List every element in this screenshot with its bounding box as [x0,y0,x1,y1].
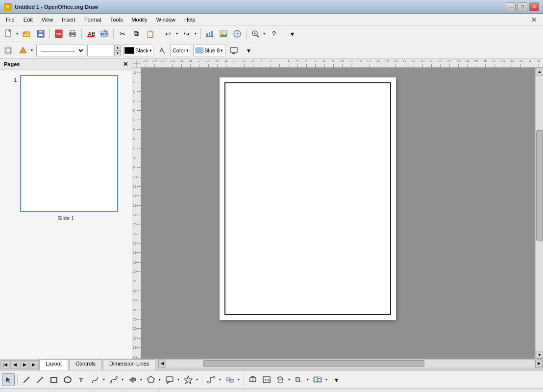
textbox-tool[interactable] [247,373,259,386]
star-arrow[interactable]: ▾ [195,373,199,386]
spellcheck-button[interactable]: ABC [84,27,97,40]
line-color-arrow[interactable]: ▾ [149,48,152,53]
maximize-button[interactable]: □ [518,2,527,11]
insert-image-button[interactable] [217,27,230,40]
line-width-up[interactable]: ▲ [114,45,121,50]
close-button[interactable]: ✕ [529,2,539,11]
menu-window[interactable]: Window [152,16,179,24]
h-scroll-left[interactable]: ◀ [158,360,166,368]
tab-next-button[interactable]: ▶ [20,360,29,369]
menu-close-x[interactable]: ✕ [527,15,541,24]
redo-arrow[interactable]: ▾ [193,27,198,40]
menu-help[interactable]: Help [180,16,199,24]
connector2-tool[interactable] [205,373,218,386]
tab-first-button[interactable]: |◀ [0,360,9,369]
save-button[interactable] [34,27,47,40]
h-scroll-thumb[interactable] [203,360,425,367]
tab-dimension-lines[interactable]: Dimension Lines [103,359,155,370]
shadow-color-arrow[interactable]: ▾ [221,48,223,53]
select2-arrow[interactable]: ▾ [236,373,241,386]
tb2-color-btn[interactable] [17,44,29,57]
shadow-color-select[interactable]: Blue 8 ▾ [193,45,225,56]
group-tool[interactable] [311,373,324,386]
tb2-color-arrow[interactable]: ▾ [29,44,34,57]
connector-arrow[interactable]: ▾ [120,373,125,386]
v-scroll-up[interactable]: ▲ [536,68,543,75]
chart-button[interactable] [203,27,216,40]
menu-format[interactable]: Format [80,16,105,24]
menu-view[interactable]: View [38,16,57,24]
paste-button[interactable]: 📋 [144,27,156,40]
tab-layout[interactable]: Layout [39,359,68,370]
h-scroll-right[interactable]: ▶ [535,360,543,368]
select-tool[interactable] [2,373,15,386]
v-scroll-thumb[interactable] [536,130,543,241]
menu-edit[interactable]: Edit [20,16,37,24]
shape-arrow[interactable]: ▾ [157,373,162,386]
arrow-shape-arrow[interactable]: ▾ [139,373,144,386]
rotate-arrow[interactable]: ▾ [287,373,292,386]
shape-tool[interactable] [145,373,157,386]
callout-arrow[interactable]: ▾ [176,373,181,386]
zoom-arrow[interactable]: ▾ [262,27,267,40]
tb2-btn1[interactable] [2,44,15,57]
arrow-shape-tool[interactable] [126,373,139,386]
line-style-select[interactable]: ———————— [36,45,85,56]
menu-tools[interactable]: Tools [106,16,127,24]
tab-prev-button[interactable]: ◀ [10,360,19,369]
toolbar-more[interactable]: ▾ [286,27,298,40]
effects-tool[interactable] [293,373,305,386]
help-button[interactable]: ? [268,27,280,40]
freehand-arrow[interactable]: ▾ [101,373,106,386]
copy-button[interactable]: ⧉ [130,27,143,40]
v-scroll-track[interactable] [536,75,543,351]
h-scroll-track[interactable] [166,360,535,368]
line-width-down[interactable]: ▼ [114,50,121,56]
group-arrow[interactable]: ▾ [324,373,329,386]
tab-last-button[interactable]: ▶| [30,360,39,369]
line-width-input[interactable]: 0,00cm [87,45,114,56]
line-color-select[interactable]: Black ▾ [123,45,153,56]
star-tool[interactable] [182,373,195,386]
slide-thumbnail[interactable] [20,75,118,212]
tab-controls[interactable]: Controls [69,359,102,370]
menu-insert[interactable]: Insert [58,16,79,24]
new-file-arrow[interactable]: ▾ [15,27,20,40]
redo-button[interactable]: ↪ [180,27,193,40]
undo-arrow[interactable]: ▾ [174,27,179,40]
open-file-button[interactable] [21,27,33,40]
menu-modify[interactable]: Modify [127,16,151,24]
fill-color-icon[interactable] [155,44,168,57]
toolbar2-more[interactable]: ▾ [242,44,255,57]
area-type-arrow[interactable]: ▾ [186,48,189,53]
line-tool[interactable] [20,373,33,386]
navigator-button[interactable] [231,27,244,40]
new-file-button[interactable] [2,27,15,40]
freehand-tool[interactable] [89,373,101,386]
cut-button[interactable]: ✂ [116,27,129,40]
ellipse-tool[interactable] [61,373,74,386]
canvas-scroll-area[interactable] [141,68,535,359]
menu-file[interactable]: File [2,16,19,24]
undo-button[interactable]: ↩ [162,27,174,40]
effects-arrow[interactable]: ▾ [305,373,310,386]
autocorrect-button[interactable]: ABC [98,27,111,40]
image-insert-button[interactable] [260,373,273,386]
pages-close-button[interactable]: ✕ [123,61,128,68]
arrow-tool[interactable] [34,373,47,386]
draw-more[interactable]: ▾ [330,373,343,386]
v-scroll-down[interactable]: ▼ [536,351,543,359]
connector2-arrow[interactable]: ▾ [218,373,222,386]
select2-tool[interactable] [223,373,236,386]
zoom-button[interactable] [249,27,262,40]
page-canvas[interactable] [220,77,396,320]
minimize-button[interactable]: — [506,2,516,11]
rect-tool[interactable] [48,373,60,386]
display-toggle-button[interactable] [227,44,240,57]
rotate-tool[interactable] [274,373,287,386]
pdf-button[interactable]: PDF [52,27,65,40]
print-button[interactable] [66,27,79,40]
area-type-select[interactable]: Color ▾ [170,45,191,56]
callout-tool[interactable] [163,373,176,386]
connector-tool[interactable] [107,373,120,386]
